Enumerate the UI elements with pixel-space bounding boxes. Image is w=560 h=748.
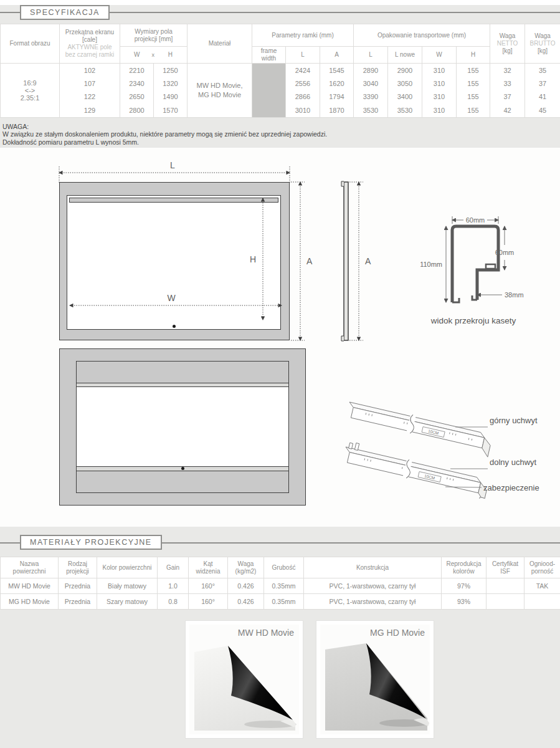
bottom-band <box>77 471 288 492</box>
cell-frame-a: 15451620 17941870 <box>320 64 354 118</box>
materials-section-title: MATERIAŁY PROJEKCYJNE <box>20 535 162 550</box>
center-marker-dot <box>181 467 184 470</box>
lower-bracket: 10CM <box>339 441 490 499</box>
cell-thickness: 0.35mm <box>264 594 304 610</box>
header-weight-net: Waga NETTO [kg] <box>490 24 525 64</box>
spec-section-title: SPECYFIKACJA <box>20 5 110 20</box>
cell-weight-gross: 3537 4145 <box>525 64 560 118</box>
cell-diagonal: 102107 122129 <box>60 64 120 118</box>
cell-fire <box>524 594 560 610</box>
table-row: 16:9 <-> 2.35:1 102107 122129 22102340 2… <box>1 64 560 118</box>
header-weight: Waga (kg/m2) <box>228 557 264 578</box>
header-gain: Gain <box>158 557 189 578</box>
cross-section-caption: widok przekroju kasety <box>405 316 542 325</box>
material-sample-card-mw: MW HD Movie <box>185 620 303 739</box>
subheader-frame-l: L <box>286 47 320 64</box>
header-surface-name: Nazwa powierzchni <box>1 557 59 578</box>
header-diagonal: Przekątna ekranu [cale] AKTYWNE pole bez… <box>60 24 120 64</box>
cell-projection: Przednia <box>59 578 97 594</box>
folded-sheet-graphic <box>320 625 430 734</box>
cell-gain: 0.8 <box>158 594 189 610</box>
cassette-cross-section-diagram: 60mm 60mm 110mm 38mm <box>411 208 536 317</box>
cell-height: 12501320 14901570 <box>154 64 187 118</box>
cross-dim-right: 60mm <box>495 249 515 256</box>
subheader-pack-l-nowe: L nowe <box>388 47 422 64</box>
subheader-w-x-h: W x H <box>120 47 187 64</box>
cell-fire: TAK <box>524 578 560 594</box>
cell-viewing-angle: 160° <box>189 578 228 594</box>
dim-label-w: W <box>167 293 176 303</box>
cell-projection: Przednia <box>59 594 97 610</box>
dimension-lines-diagram: L H W A A <box>53 159 392 349</box>
cell-isf <box>486 578 524 594</box>
screen-area <box>77 387 288 466</box>
header-frame-params: Parametry ramki (mm) <box>252 24 354 47</box>
lower-bracket-label: dolny uchwyt <box>490 458 537 467</box>
sample-photo: MG HD Movie <box>320 625 430 734</box>
header-format: Format obrazu <box>1 24 60 64</box>
sample-label: MW HD Movie <box>238 628 294 638</box>
cell-viewing-angle: 160° <box>189 594 228 610</box>
cross-dim-left: 110mm <box>420 261 442 268</box>
cell-color-reproduction: 97% <box>442 578 486 594</box>
cell-construction: PVC, 1-warstwowa, czarny tył <box>304 594 442 610</box>
cell-weight-net: 3233 3742 <box>490 64 525 118</box>
cell-pack-h: 155155 155155 <box>457 64 490 118</box>
cross-dim-bottom: 38mm <box>505 291 524 299</box>
cell-frame-width-swatch <box>252 64 286 118</box>
cell-surface-color: Szary matowy <box>97 594 158 610</box>
note-line: W związku ze stałym doskonaleniem produk… <box>2 130 327 138</box>
cell-format: 16:9 <-> 2.35:1 <box>1 64 60 118</box>
cell-pack-l-nowe: 29003050 34003530 <box>388 64 422 118</box>
header-weight-gross: Waga BRUTTO [kg] <box>525 24 560 64</box>
table-row: MW HD Movie Przednia Biały matowy 1.0 16… <box>1 578 560 594</box>
header-color-reproduction: Reprodukcja kolorów <box>442 557 486 578</box>
dim-label-a-side: A <box>365 256 371 266</box>
cell-surface-name: MW HD Movie <box>1 578 59 594</box>
subheader-pack-h: H <box>457 47 490 64</box>
material-sample-card-mg: MG HD Movie <box>316 620 434 739</box>
cross-dim-top: 60mm <box>466 216 485 224</box>
cell-thickness: 0.35mm <box>264 578 304 594</box>
cell-weight: 0.426 <box>228 578 264 594</box>
cell-material: MW HD Movie, MG HD Movie <box>187 64 252 118</box>
header-fire-resistance: Ogniood- porność <box>524 557 560 578</box>
header-dimensions: Wymiary pola projekcji [mm] <box>120 24 187 47</box>
dim-label-a: A <box>306 256 313 266</box>
cell-gain: 1.0 <box>158 578 189 594</box>
upper-bracket: 10CM <box>344 400 493 457</box>
header-isf-certificate: Certyfikat ISF <box>486 557 524 578</box>
header-material: Materiał <box>187 24 252 64</box>
safety-lock-label: zabezpieczenie <box>483 483 539 492</box>
header-packaging: Opakowanie transportowe (mm) <box>354 24 490 47</box>
cell-isf <box>486 594 524 610</box>
cell-pack-l: 28903040 33903530 <box>354 64 388 118</box>
bottom-slat <box>77 466 288 471</box>
cell-surface-color: Biały matowy <box>97 578 158 594</box>
bracket-clip <box>349 443 353 449</box>
header-surface-color: Kolor powierzchni <box>97 557 158 578</box>
cell-surface-name: MG HD Movie <box>1 594 59 610</box>
cell-color-reproduction: 93% <box>442 594 486 610</box>
back-view-inner <box>76 361 289 493</box>
subheader-pack-l: L <box>354 47 388 64</box>
materials-table: Nazwa powierzchni Rodzaj projekcji Kolor… <box>0 557 560 610</box>
sample-label: MG HD Movie <box>370 628 425 638</box>
header-thickness: Grubość <box>264 557 304 578</box>
dim-label-l: L <box>170 160 175 170</box>
subheader-pack-w: W <box>422 47 457 64</box>
subheader-frame-a: A <box>320 47 354 64</box>
dim-label-h: H <box>250 254 256 264</box>
folded-sheet-graphic <box>189 625 299 734</box>
cell-pack-w: 310310 310310 <box>422 64 457 118</box>
top-strip <box>0 0 560 5</box>
upper-bracket-label: górny uchwyt <box>490 416 538 425</box>
note-title: UWAGA: <box>2 123 327 130</box>
subheader-frame-width: frame width <box>252 47 286 64</box>
sample-photo: MW HD Movie <box>189 625 299 734</box>
spec-table: Format obrazu Przekątna ekranu [cale] AK… <box>0 24 560 118</box>
cell-weight: 0.426 <box>228 594 264 610</box>
bracket-clip <box>354 443 359 451</box>
mounting-brackets-diagram: 10CM 10CM górny uchwyt dolny uchwyt zabe… <box>339 383 560 499</box>
cell-construction: PVC, 1-warstwowa, czarny tył <box>304 578 442 594</box>
